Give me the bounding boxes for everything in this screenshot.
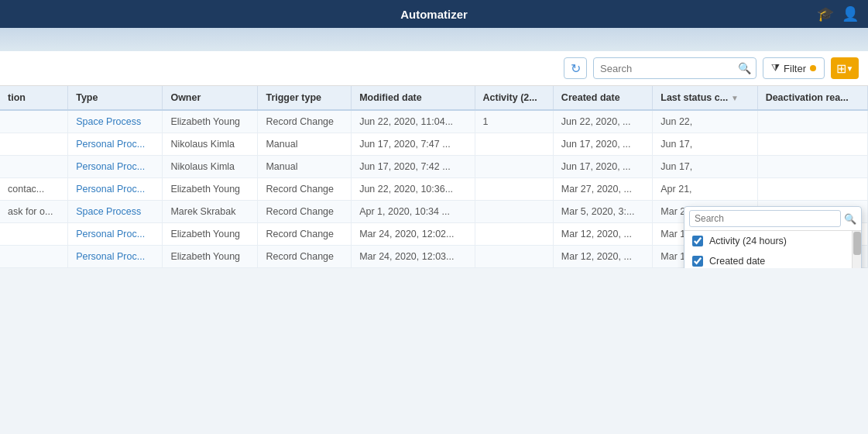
col-created-label: Created date xyxy=(561,92,620,103)
column-checkbox[interactable] xyxy=(692,236,703,246)
col-modified[interactable]: Modified date xyxy=(352,86,475,110)
refresh-icon: ↻ xyxy=(571,61,581,76)
table-cell: Jun 17, 2020, ... xyxy=(553,156,652,178)
filter-button[interactable]: ⧩ Filter xyxy=(763,57,825,79)
table-cell: ask for o... xyxy=(0,201,68,223)
col-trigger[interactable]: Trigger type xyxy=(258,86,352,110)
table-cell xyxy=(0,246,68,268)
col-activity-label: Activity (2... xyxy=(483,92,537,103)
filter-label: Filter xyxy=(784,63,806,74)
table-cell: Jun 17, 2020, 7:47 ... xyxy=(352,133,475,156)
table-cell: Personal Proc... xyxy=(68,133,163,156)
table-cell: Elizabeth Young xyxy=(163,246,258,268)
table-cell xyxy=(757,133,867,156)
table-container: tion Type Owner Trigger type Modified da… xyxy=(0,86,868,268)
table-cell xyxy=(0,156,68,178)
table-cell: Apr 21, xyxy=(653,178,757,201)
table-cell: Mar 12, 2020, ... xyxy=(553,223,652,246)
table-cell: Jun 22, 2020, 10:36... xyxy=(352,178,475,201)
search-icon: 🔍 xyxy=(733,62,756,74)
col-trigger-label: Trigger type xyxy=(266,92,321,103)
table-cell: contac... xyxy=(0,178,68,201)
table-cell xyxy=(757,156,867,178)
table-cell: Nikolaus Kimla xyxy=(163,133,258,156)
table-cell: Record Change xyxy=(258,246,352,268)
table-cell: Space Process xyxy=(68,110,163,133)
table-cell: Space Process xyxy=(68,201,163,223)
filter-icon: ⧩ xyxy=(771,62,780,74)
table-cell: Manual xyxy=(258,133,352,156)
scrollbar-thumb xyxy=(853,232,861,255)
col-type[interactable]: Type xyxy=(68,86,163,110)
table-cell: Jun 17, xyxy=(653,156,757,178)
table-cell: Jun 22, 2020, 11:04... xyxy=(352,110,475,133)
table-cell xyxy=(0,133,68,156)
columns-button[interactable]: ⊞ ▼ xyxy=(831,57,859,79)
column-checkbox[interactable] xyxy=(692,256,703,267)
table-cell xyxy=(475,178,553,201)
table-cell xyxy=(475,133,553,156)
table-cell: Manual xyxy=(258,156,352,178)
col-created[interactable]: Created date xyxy=(553,86,652,110)
search-input[interactable] xyxy=(594,63,733,74)
table-cell: Mar 27, 2020, ... xyxy=(553,178,652,201)
dropdown-list: Activity (24 hours)Created dateDeactivat… xyxy=(684,231,852,268)
columns-icon: ⊞ xyxy=(836,61,846,76)
scrollbar-track[interactable] xyxy=(852,231,861,268)
table-cell: Apr 1, 2020, 10:34 ... xyxy=(352,201,475,223)
table-cell: Mar 12, 2020, ... xyxy=(553,246,652,268)
table-cell: Mar 24, 2020, 12:03... xyxy=(352,246,475,268)
dropdown-scrollbar-area: Activity (24 hours)Created dateDeactivat… xyxy=(684,231,861,268)
table-row: Space ProcessElizabeth YoungRecord Chang… xyxy=(0,110,868,133)
table-row: Personal Proc...Nikolaus KimlaManualJun … xyxy=(0,156,868,178)
topbar: Automatizer 🎓 👤 xyxy=(0,0,868,28)
table-cell: Nikolaus Kimla xyxy=(163,156,258,178)
table-cell: Jun 22, 2020, ... xyxy=(553,110,652,133)
table-cell: Personal Proc... xyxy=(68,178,163,201)
columns-chevron: ▼ xyxy=(846,64,854,73)
table-cell: Personal Proc... xyxy=(68,223,163,246)
table-cell xyxy=(757,110,867,133)
col-owner[interactable]: Owner xyxy=(163,86,258,110)
table-cell: Elizabeth Young xyxy=(163,223,258,246)
graduation-icon[interactable]: 🎓 xyxy=(817,5,834,22)
table-cell xyxy=(0,223,68,246)
table-cell: Mar 5, 2020, 3:... xyxy=(553,201,652,223)
col-name-label: tion xyxy=(8,92,26,103)
dropdown-search-input[interactable] xyxy=(689,210,841,227)
column-item-label: Created date xyxy=(709,256,765,267)
dropdown-search-area: 🔍 xyxy=(684,207,861,231)
table-row: Personal Proc...Nikolaus KimlaManualJun … xyxy=(0,133,868,156)
col-last-status[interactable]: Last status c...▼ xyxy=(653,86,757,110)
table-cell xyxy=(757,178,867,201)
table-cell xyxy=(475,156,553,178)
sort-icon: ▼ xyxy=(731,94,739,102)
dropdown-search-icon: 🔍 xyxy=(844,213,856,225)
table-cell: Elizabeth Young xyxy=(163,110,258,133)
table-cell: Record Change xyxy=(258,110,352,133)
table-cell xyxy=(475,246,553,268)
table-header-row: tion Type Owner Trigger type Modified da… xyxy=(0,86,868,110)
table-cell: Mar 24, 2020, 12:02... xyxy=(352,223,475,246)
col-name: tion xyxy=(0,86,68,110)
table-cell: Jun 17, xyxy=(653,133,757,156)
table-cell xyxy=(0,110,68,133)
table-cell: Jun 22, xyxy=(653,110,757,133)
topbar-icons: 🎓 👤 xyxy=(817,5,859,22)
dropdown-column-item[interactable]: Activity (24 hours) xyxy=(684,231,852,251)
table-cell: Personal Proc... xyxy=(68,156,163,178)
col-last-status-label: Last status c... xyxy=(660,92,728,103)
subbar xyxy=(0,28,868,51)
refresh-button[interactable]: ↻ xyxy=(564,57,587,79)
table-cell: Record Change xyxy=(258,201,352,223)
search-box: 🔍 xyxy=(593,57,756,79)
col-activity[interactable]: Activity (2... xyxy=(475,86,553,110)
table-cell xyxy=(475,223,553,246)
table-cell: 1 xyxy=(475,110,553,133)
table-row: contac...Personal Proc...Elizabeth Young… xyxy=(0,178,868,201)
col-deact-label: Deactivation rea... xyxy=(766,92,849,103)
table-cell: Marek Skrabak xyxy=(163,201,258,223)
dropdown-column-item[interactable]: Created date xyxy=(684,251,852,268)
user-icon[interactable]: 👤 xyxy=(842,5,859,22)
column-item-label: Activity (24 hours) xyxy=(709,236,787,246)
